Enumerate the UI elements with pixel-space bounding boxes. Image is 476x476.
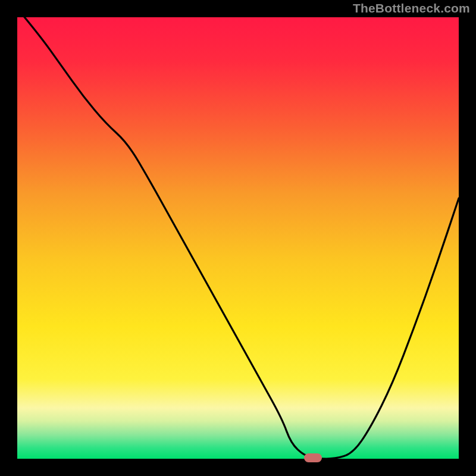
watermark-text: TheBottleneck.com xyxy=(353,1,470,15)
optimum-marker xyxy=(304,453,322,462)
bottleneck-plot xyxy=(17,17,459,459)
chart-frame: TheBottleneck.com xyxy=(0,0,476,476)
gradient-background xyxy=(17,17,459,459)
